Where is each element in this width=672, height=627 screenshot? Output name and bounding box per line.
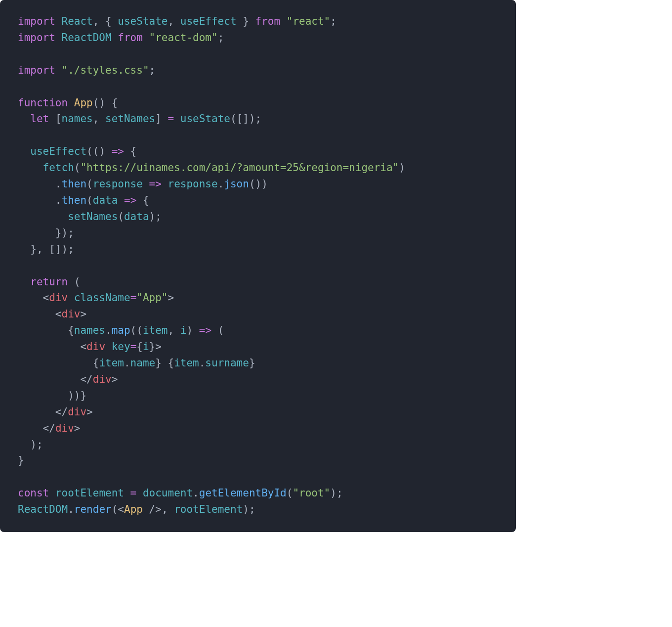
code-token: }: [237, 15, 255, 27]
code-token: [55, 15, 62, 27]
code-token: const: [18, 487, 49, 499]
code-token: response: [168, 178, 218, 190]
code-token: fetch: [43, 162, 74, 174]
code-token: setNames: [105, 113, 155, 125]
code-token: i: [180, 324, 187, 336]
code-token: [174, 113, 180, 125]
code-token: useEffect: [180, 15, 237, 27]
code-token: "App": [136, 292, 168, 304]
code-token: [55, 32, 62, 44]
code-token: return: [30, 276, 68, 288]
code-token: >: [80, 308, 86, 320]
code-token: let: [30, 113, 49, 125]
code-token: div: [86, 341, 105, 353]
code-token: import: [18, 32, 55, 44]
code-token: >: [86, 406, 93, 418]
code-token: {: [18, 324, 74, 336]
code-token: response: [93, 178, 143, 190]
code-token: (: [112, 503, 118, 515]
code-token: .: [68, 503, 74, 515]
code-token: json: [224, 178, 249, 190]
code-token: [18, 211, 68, 223]
code-token: }, []);: [18, 243, 74, 255]
code-token: />: [149, 503, 162, 515]
code-token: ()): [249, 178, 268, 190]
code-token: ((): [86, 145, 112, 157]
code-token: [18, 276, 30, 288]
code-token: .: [193, 487, 199, 499]
code-token: document: [143, 487, 193, 499]
code-token: {: [18, 357, 99, 369]
code-token: ((: [130, 324, 143, 336]
code-token: "./styles.css": [62, 64, 149, 76]
code-block: import React, { useState, useEffect } fr…: [0, 0, 516, 532]
code-token: ReactDOM: [62, 32, 112, 44]
code-token: div: [68, 406, 86, 418]
code-token: data: [93, 194, 118, 206]
code-token: ReactDOM: [18, 503, 68, 515]
code-token: [18, 162, 43, 174]
code-token: () {: [93, 97, 118, 109]
code-token: =>: [199, 324, 211, 336]
code-token: from: [118, 32, 143, 44]
code-token: );: [149, 211, 162, 223]
code-token: "https://uinames.com/api/?amount=25&regi…: [80, 162, 399, 174]
code-token: names: [74, 324, 105, 336]
code-token: (: [68, 276, 80, 288]
code-token: =>: [124, 194, 136, 206]
code-token: [143, 503, 149, 515]
code-token: render: [74, 503, 112, 515]
code-token: [143, 32, 149, 44]
code-token: <: [118, 503, 124, 515]
code-token: } {: [155, 357, 174, 369]
code-token: div: [62, 308, 81, 320]
code-token: =>: [149, 178, 162, 190]
code-token: );: [18, 439, 43, 450]
code-token: ,: [168, 15, 180, 27]
code-token: </: [80, 373, 92, 385]
code-token: ): [186, 324, 199, 336]
code-token: .: [18, 194, 62, 206]
code-token: ): [399, 162, 405, 174]
code-token: );: [330, 487, 342, 499]
code-token: [55, 64, 62, 76]
code-token: >: [74, 422, 81, 434]
code-token: .: [18, 178, 62, 190]
code-token: [136, 487, 143, 499]
code-token: getElementById: [199, 487, 287, 499]
code-token: <: [43, 292, 49, 304]
code-token: React: [62, 15, 93, 27]
code-token: ([]);: [230, 113, 261, 125]
code-token: >: [112, 373, 118, 385]
code-token: [162, 178, 168, 190]
code-token: , {: [93, 15, 118, 27]
code-token: map: [112, 324, 130, 336]
code-token: .: [218, 178, 224, 190]
code-token: .: [105, 324, 112, 336]
code-token: {: [136, 341, 143, 353]
code-token: );: [243, 503, 255, 515]
code-token: from: [255, 15, 281, 27]
code-token: key: [112, 341, 130, 353]
code-token: =: [130, 341, 137, 353]
code-token: </: [55, 406, 68, 418]
code-token: [18, 406, 55, 418]
code-token: [124, 487, 130, 499]
code-token: [18, 422, 43, 434]
code-token: [105, 341, 112, 353]
code-token: div: [93, 373, 112, 385]
code-token: </: [43, 422, 55, 434]
code-token: [68, 97, 74, 109]
code-token: (: [287, 487, 293, 499]
code-token: (: [118, 211, 124, 223]
code-token: then: [62, 194, 87, 206]
code-token: [18, 308, 55, 320]
code-token: (: [74, 162, 81, 174]
code-token: [18, 292, 43, 304]
code-token: names: [62, 113, 93, 125]
code-token: import: [18, 64, 55, 76]
code-token: ,: [168, 324, 180, 336]
code-token: useState: [118, 15, 168, 27]
code-token: [18, 373, 80, 385]
code-token: {: [136, 194, 149, 206]
